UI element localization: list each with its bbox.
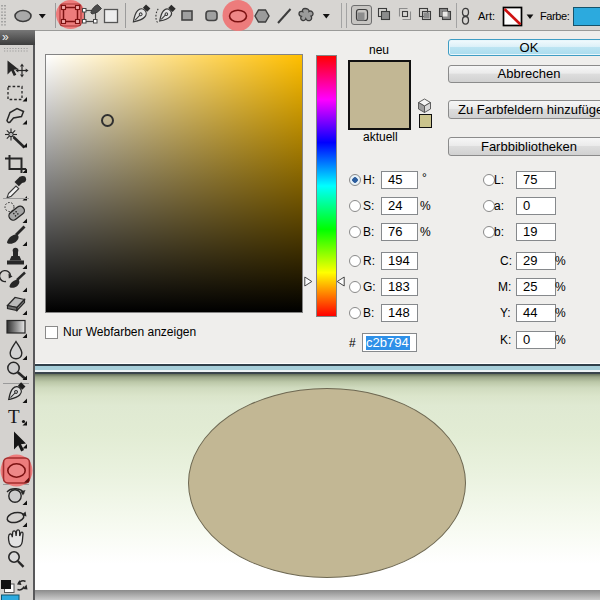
svg-text:T: T (8, 406, 20, 427)
